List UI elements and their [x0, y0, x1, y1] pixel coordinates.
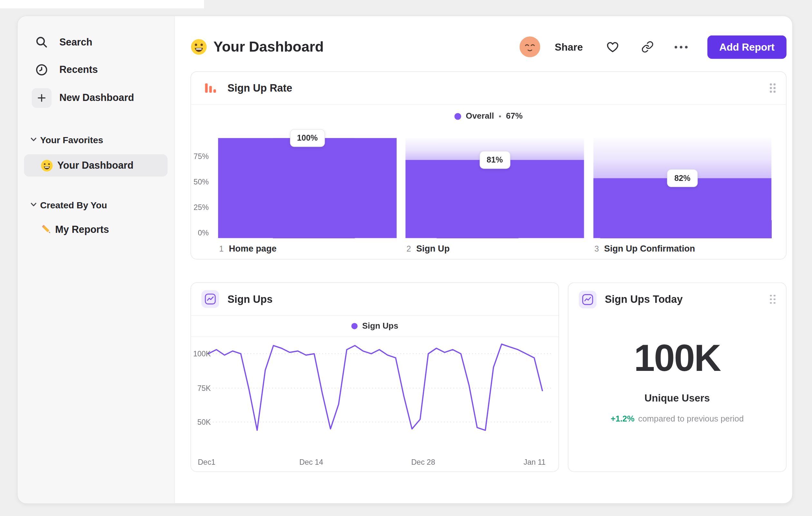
x-axis-tick: Jan 11: [524, 458, 546, 466]
step-number: 3: [594, 244, 599, 254]
funnel-bar-fill: [593, 178, 772, 238]
y-axis-tick: 25%: [191, 203, 209, 212]
funnel-value-chip: 81%: [480, 151, 510, 169]
funnel-bar-home-page[interactable]: 100%: [218, 138, 397, 238]
sidebar-item-my-reports[interactable]: My Reports: [32, 219, 109, 240]
sidebar-item-your-dashboard[interactable]: Your Dashboard: [24, 154, 168, 176]
kpi-delta-caption: compared to previous period: [638, 414, 744, 424]
created-by-you-section-header[interactable]: Created By You: [30, 198, 107, 213]
funnel-bar-fill: [218, 138, 397, 238]
card-title: Sign Up Rate: [228, 82, 292, 94]
funnel-bar-sign-up-confirmation[interactable]: 82%: [593, 138, 772, 238]
avatar[interactable]: [519, 36, 540, 57]
sign-up-rate-card: Sign Up Rate Overall • 67% 75% 50% 25% 0…: [191, 71, 787, 259]
pencil-emoji-icon: [40, 223, 53, 236]
funnel-step-caption: 2 Sign Up: [407, 244, 450, 254]
y-axis-tick: 50K: [191, 418, 211, 426]
legend-value: 67%: [506, 112, 523, 121]
drag-handle-icon[interactable]: [770, 294, 776, 304]
x-axis-tick: Dec 28: [411, 458, 435, 466]
y-axis-tick: 75%: [191, 152, 209, 161]
chevron-down-icon: [30, 135, 37, 145]
sign-ups-line-series: [208, 344, 542, 430]
more-options-icon[interactable]: [674, 46, 687, 48]
smiley-emoji-icon: [191, 39, 207, 55]
smiley-emoji-icon: [40, 159, 53, 171]
plus-icon: [32, 88, 52, 108]
title-group: Your Dashboard: [191, 39, 323, 55]
sign-ups-card: Sign Ups Sign Ups 100K 75K 50K Dec1 Dec …: [191, 282, 559, 472]
card-header: Sign Up Rate: [191, 72, 786, 105]
window-chrome-fragment: [0, 0, 204, 8]
funnel-bar-sign-up[interactable]: 81%: [405, 138, 584, 238]
copy-link-icon[interactable]: [641, 40, 654, 53]
x-axis-tick: Dec 14: [299, 458, 323, 466]
sidebar-item-label: Search: [59, 36, 92, 48]
funnel-step-caption: 1 Home page: [219, 244, 277, 254]
line-plot-area: [191, 283, 560, 472]
legend-dot: [454, 113, 461, 120]
legend-label: Overall: [466, 112, 494, 121]
funnel-chart-icon: [201, 79, 219, 97]
header-actions: Share Add Report: [519, 35, 787, 59]
step-label: Home page: [229, 244, 277, 254]
sidebar-item-label: Recents: [59, 64, 98, 76]
y-axis-tick: 75K: [191, 384, 211, 392]
y-axis-tick: 0%: [191, 229, 209, 237]
step-label: Sign Up: [416, 244, 450, 254]
kpi-value: 100K: [569, 339, 786, 377]
kpi-label: Unique Users: [569, 392, 786, 404]
sidebar-item-recents[interactable]: Recents: [32, 59, 98, 80]
funnel-plot-area: 100% 81% 82%: [218, 138, 772, 238]
legend-separator: •: [499, 112, 501, 120]
sidebar-item-label: New Dashboard: [59, 92, 134, 104]
add-report-button[interactable]: Add Report: [707, 35, 787, 59]
card-header: Sign Ups Today: [569, 283, 786, 316]
share-button[interactable]: Share: [555, 41, 583, 53]
y-axis-tick: 50%: [191, 178, 209, 186]
kpi-delta-row: +1.2% compared to previous period: [569, 414, 786, 424]
kpi-delta: +1.2%: [611, 414, 634, 424]
step-label: Sign Up Confirmation: [604, 244, 695, 254]
sidebar-item-search[interactable]: Search: [32, 32, 92, 53]
drag-handle-icon[interactable]: [770, 83, 776, 92]
section-header-label: Created By You: [40, 200, 107, 211]
section-header-label: Your Favorites: [40, 135, 103, 146]
sidebar-item-label: Your Dashboard: [57, 160, 134, 171]
step-number: 2: [407, 244, 411, 254]
funnel-value-chip: 82%: [667, 169, 698, 187]
sidebar-item-new-dashboard[interactable]: New Dashboard: [32, 87, 134, 108]
funnel-legend: Overall • 67%: [191, 112, 786, 121]
line-chart-icon: [579, 291, 597, 308]
x-axis-tick: Dec1: [198, 458, 215, 466]
favorites-section-header[interactable]: Your Favorites: [30, 133, 104, 147]
sidebar-item-label: My Reports: [55, 224, 109, 236]
y-axis-tick: 100K: [191, 350, 211, 358]
dashboard-header: Your Dashboard Share Add Report: [191, 30, 787, 64]
sidebar: Search Recents New Dashboard Your Favori…: [18, 16, 175, 503]
funnel-bar-fill: [405, 160, 584, 238]
sign-ups-today-card: Sign Ups Today 100K Unique Users +1.2% c…: [568, 282, 786, 472]
funnel-step-caption: 3 Sign Up Confirmation: [594, 244, 695, 254]
app-window: Search Recents New Dashboard Your Favori…: [0, 0, 812, 516]
funnel-value-chip: 100%: [290, 129, 325, 147]
card-title: Sign Ups Today: [605, 293, 683, 305]
page-title: Your Dashboard: [213, 39, 323, 55]
search-icon: [32, 32, 52, 52]
chevron-down-icon: [30, 200, 37, 210]
favorite-heart-icon[interactable]: [606, 40, 619, 54]
dashboard-surface: Search Recents New Dashboard Your Favori…: [17, 16, 793, 504]
clock-icon: [32, 60, 52, 80]
step-number: 1: [219, 244, 224, 254]
